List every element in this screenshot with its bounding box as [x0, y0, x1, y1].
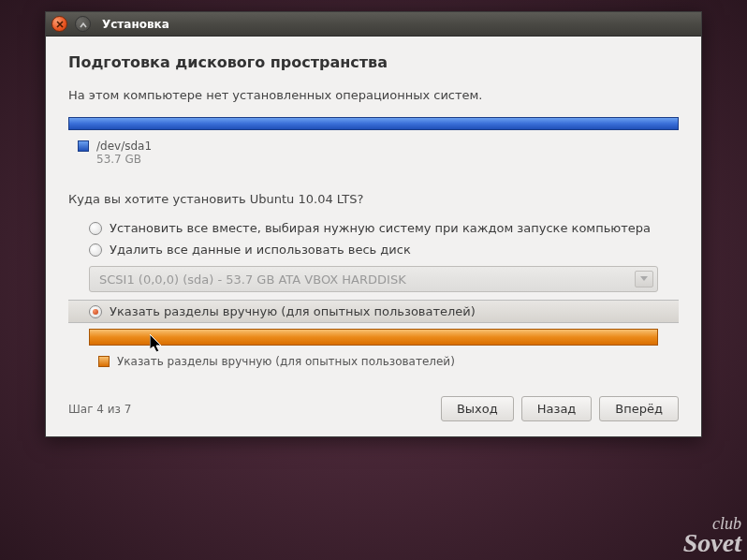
watermark: club Sovet	[683, 516, 741, 554]
step-indicator: Шаг 4 из 7	[68, 403, 131, 416]
disk-select-dropdown: SCSI1 (0,0,0) (sda) - 53.7 GB ATA VBOX H…	[89, 266, 658, 292]
radio-erase[interactable]	[89, 243, 102, 257]
page-title: Подготовка дискового пространства	[68, 53, 679, 71]
back-button[interactable]: Назад	[521, 396, 593, 421]
footer: Шаг 4 из 7 Выход Назад Вперёд	[68, 387, 679, 423]
option-erase[interactable]: Удалить все данные и использовать весь д…	[68, 239, 679, 260]
disk-size: 53.7 GB	[96, 153, 152, 166]
minimize-icon[interactable]	[75, 16, 91, 32]
installer-window: Установка Подготовка дискового пространс…	[45, 11, 702, 437]
disk-device: /dev/sda1	[96, 140, 152, 153]
option-manual-label: Указать разделы вручную (для опытных пол…	[110, 304, 476, 318]
quit-button[interactable]: Выход	[441, 396, 514, 421]
chevron-down-icon	[635, 271, 653, 287]
forward-button[interactable]: Вперёд	[599, 396, 679, 421]
disk-legend: /dev/sda1 53.7 GB	[68, 140, 679, 166]
legend-swatch-blue	[78, 140, 89, 152]
disk-usage-bar	[68, 117, 679, 130]
option-side-by-side-label: Установить все вместе, выбирая нужную си…	[110, 221, 651, 235]
option-manual[interactable]: Указать разделы вручную (для опытных пол…	[68, 300, 679, 323]
window-title: Установка	[102, 18, 169, 31]
dropdown-text: SCSI1 (0,0,0) (sda) - 53.7 GB ATA VBOX H…	[99, 273, 406, 287]
radio-manual[interactable]	[89, 305, 102, 318]
option-side-by-side[interactable]: Установить все вместе, выбирая нужную си…	[68, 217, 679, 239]
info-text: На этом компьютере нет установленных опе…	[68, 88, 679, 102]
close-icon[interactable]	[51, 16, 67, 32]
content-area: Подготовка дискового пространства На это…	[46, 37, 701, 436]
watermark-line2: Sovet	[683, 531, 741, 554]
legend-swatch-orange	[98, 356, 110, 367]
radio-side-by-side[interactable]	[89, 222, 102, 235]
option-erase-label: Удалить все данные и использовать весь д…	[110, 243, 411, 257]
legend-orange-label: Указать разделы вручную (для опытных пол…	[117, 355, 455, 368]
disk-legend-orange: Указать разделы вручную (для опытных пол…	[98, 355, 679, 368]
install-question: Куда вы хотите установить Ubuntu 10.04 L…	[68, 192, 679, 206]
titlebar[interactable]: Установка	[46, 12, 701, 37]
disk-usage-bar-orange	[89, 329, 658, 346]
